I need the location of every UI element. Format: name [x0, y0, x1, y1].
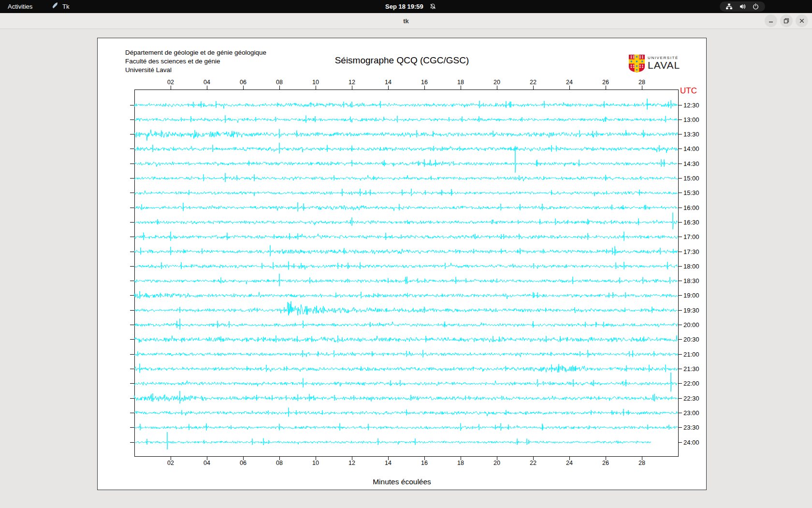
utc-time-label: 21:30 [683, 365, 699, 373]
seismogram-trace [134, 212, 678, 229]
x-axis-title: Minutes écoulées [98, 478, 706, 486]
activities-label: Activities [8, 3, 32, 10]
utc-time-label: 23:00 [683, 409, 699, 417]
seismogram-trace [134, 274, 678, 286]
utc-time-label: 19:00 [683, 292, 699, 299]
seismogram-trace [134, 99, 678, 109]
axis-tick-label: 04 [203, 79, 210, 86]
utc-time-label: 13:30 [683, 131, 699, 138]
seismogram-trace [134, 189, 678, 196]
trace-row: 24:00 [130, 432, 699, 449]
clock-label: Sep 18 19:59 [385, 3, 423, 10]
utc-time-label: 18:30 [683, 277, 699, 284]
utc-time-label: 15:30 [683, 189, 699, 196]
utc-time-label: 20:30 [683, 336, 699, 343]
minimize-button[interactable] [765, 15, 777, 27]
trace-row: 12:30 [130, 99, 699, 109]
network-wired-icon [725, 3, 733, 10]
axis-tick-label: 10 [312, 460, 319, 466]
utc-axis-label: UTC [680, 86, 697, 96]
seismogram-trace [134, 423, 678, 431]
trace-row: 21:00 [130, 350, 699, 358]
trace-row: 17:00 [130, 232, 699, 241]
clock-button[interactable]: Sep 18 19:59 [385, 0, 436, 13]
utc-time-label: 18:00 [683, 263, 699, 270]
axis-tick-label: 12 [348, 79, 355, 86]
utc-time-label: 23:30 [683, 424, 699, 431]
axis-tick-label: 16 [421, 460, 428, 466]
axis-tick-label: 22 [530, 460, 536, 466]
utc-time-label: 16:30 [683, 219, 699, 226]
axis-tick-label: 20 [493, 460, 500, 466]
axis-tick-label: 14 [385, 460, 392, 466]
close-button[interactable] [796, 15, 808, 27]
axis-tick-label: 08 [276, 79, 283, 86]
utc-time-label: 12:30 [683, 102, 699, 109]
seismogram-trace [134, 129, 678, 141]
utc-time-label: 22:30 [683, 395, 699, 402]
power-icon [752, 3, 759, 10]
trace-row: 13:00 [130, 115, 699, 123]
utc-time-label: 17:30 [683, 248, 699, 255]
utc-time-label: 16:00 [683, 204, 699, 211]
seismogram-trace [134, 173, 678, 182]
tk-feather-icon [51, 2, 59, 11]
utc-time-label: 17:00 [683, 233, 699, 240]
trace-row: 23:00 [130, 407, 699, 417]
trace-row: 20:30 [130, 335, 699, 343]
x-axis: 0202040406060808101012121414161618182020… [167, 79, 645, 466]
trace-row: 18:00 [130, 261, 699, 270]
restore-button[interactable] [780, 15, 793, 27]
window-content: Département de géologie et de génie géol… [0, 29, 812, 508]
axis-tick-label: 26 [602, 460, 609, 466]
trace-row: 13:30 [130, 129, 699, 141]
trace-row: 22:30 [130, 391, 699, 403]
seismogram-trace [134, 391, 678, 403]
window-titlebar[interactable]: tk [0, 13, 812, 29]
trace-row: 16:00 [130, 202, 699, 211]
axis-tick-label: 24 [566, 460, 573, 466]
axis-tick-label: 02 [167, 79, 174, 86]
focused-app-indicator[interactable]: Tk [51, 0, 69, 13]
axis-tick-label: 10 [312, 79, 319, 86]
axis-tick-label: 12 [348, 460, 355, 466]
notifications-disabled-icon [429, 3, 436, 10]
restore-icon [783, 18, 789, 24]
axis-tick-label: 18 [457, 460, 464, 466]
axis-tick-label: 08 [276, 460, 283, 466]
system-tray[interactable] [720, 1, 765, 12]
seismogram-trace [134, 407, 678, 417]
utc-time-label: 24:00 [683, 439, 699, 446]
seismogram-trace [134, 291, 678, 299]
utc-time-label: 22:00 [683, 380, 699, 387]
axis-tick-label: 28 [638, 79, 645, 86]
focused-app-label: Tk [62, 3, 69, 10]
utc-time-label: 21:00 [683, 351, 699, 358]
axis-tick-label: 26 [602, 79, 609, 86]
volume-icon [739, 3, 746, 10]
trace-row: 14:00 [130, 143, 699, 153]
axis-tick-label: 14 [385, 79, 392, 86]
axis-tick-label: 24 [566, 79, 573, 86]
utc-time-label: 14:00 [683, 145, 699, 152]
trace-row: 19:00 [130, 291, 699, 299]
helicorder-plot: 0202040406060808101012121414161618182020… [98, 38, 707, 491]
seismogram-trace [134, 364, 678, 373]
seismogram-trace [134, 261, 678, 269]
activities-button[interactable]: Activities [8, 0, 32, 13]
trace-row: 22:00 [130, 373, 699, 392]
seismogram-trace [134, 319, 678, 329]
seismogram-trace [134, 151, 678, 173]
seismogram-trace [134, 432, 651, 449]
trace-row: 15:30 [130, 189, 699, 196]
trace-row: 19:30 [130, 301, 699, 315]
minimize-icon [768, 18, 774, 24]
trace-row: 20:00 [130, 319, 699, 329]
axis-tick-label: 04 [203, 460, 210, 466]
trace-rows: 12:3013:0013:3014:0014:3015:0015:3016:00… [130, 99, 699, 449]
trace-row: 16:30 [130, 212, 699, 229]
seismogram-trace [134, 335, 678, 343]
seismogram-trace [134, 202, 678, 211]
utc-time-label: 14:30 [683, 160, 699, 167]
seismogram-trace [134, 143, 678, 153]
